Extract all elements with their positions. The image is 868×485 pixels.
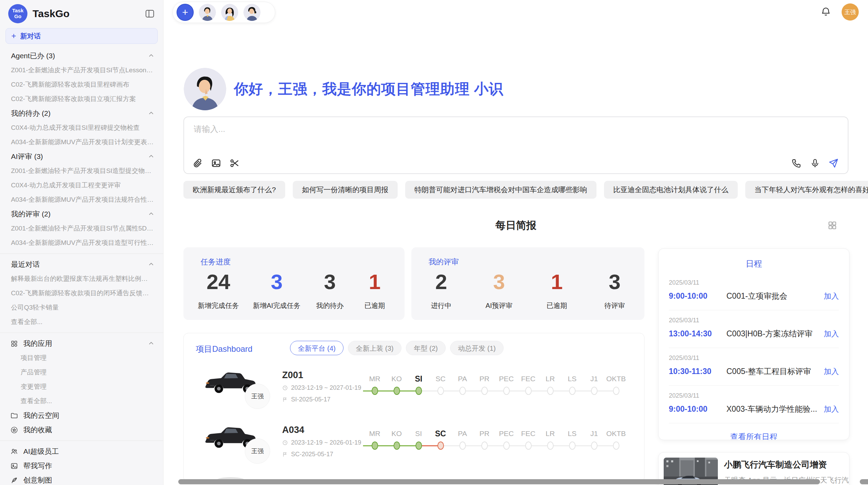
app-logo: Task Go — [8, 4, 27, 23]
project-dates: 2023-12-19 ~ 2026-01-19 — [282, 439, 361, 446]
tab-year-model[interactable]: 年型 (2) — [406, 341, 446, 355]
add-session-button[interactable]: + — [177, 4, 194, 21]
divider — [0, 333, 163, 333]
tab-powertrain[interactable]: 动总开发 (1) — [450, 341, 504, 355]
daily-brief-title: 每日简报 — [183, 219, 848, 233]
sidebar-item-cloud-space[interactable]: 我的云空间 — [0, 408, 163, 423]
section-header-my-todo[interactable]: 我的待办 (2) — [0, 106, 163, 121]
collapse-sidebar-icon[interactable] — [145, 9, 155, 19]
horizontal-scrollbar[interactable] — [178, 479, 820, 484]
milestone-track: MR KO SI SC PA PR PEC FEC LR LS J1 OKTB — [364, 428, 627, 452]
milestone-dot — [437, 387, 444, 395]
list-item[interactable]: Z001-全新燃油轻卡产品开发项目SI造型提交物评审 — [0, 164, 163, 178]
join-link[interactable]: 加入 — [824, 366, 839, 377]
list-item[interactable]: C02-飞腾新能源轻客改款项目立项汇报方案 — [0, 92, 163, 106]
join-link[interactable]: 加入 — [824, 404, 839, 414]
scissors-icon[interactable] — [229, 158, 240, 169]
milestone-dot — [569, 442, 576, 450]
sidebar-item-product-mgmt[interactable]: 产品管理 — [0, 365, 163, 380]
suggestion-chip[interactable]: 当下年轻人对汽车外观有怎样的喜好趋势 — [745, 181, 868, 199]
chevron-up-icon[interactable] — [147, 153, 155, 160]
new-chat-label: 新对话 — [20, 32, 41, 41]
milestone-dot — [613, 442, 619, 450]
join-link[interactable]: 加入 — [824, 329, 839, 339]
chevron-up-icon[interactable] — [147, 210, 155, 218]
sidebar-item-change-mgmt[interactable]: 变更管理 — [0, 380, 163, 394]
avatar[interactable] — [243, 4, 261, 21]
event-time: 9:00-10:00 — [669, 405, 726, 414]
avatar[interactable] — [221, 4, 238, 21]
tab-new-platform[interactable]: 全新平台 (4) — [290, 341, 343, 355]
notification-bell-icon[interactable] — [820, 6, 831, 17]
stat-review-overdue: 1 已逾期 — [541, 271, 572, 310]
suggestion-chip[interactable]: 欧洲新规最近颁布了什么? — [183, 181, 285, 199]
view-all-apps-link[interactable]: 查看全部... — [0, 394, 163, 408]
list-item[interactable]: A034-全新新能源MUV产品开发项目法规符合性评审 — [0, 192, 163, 207]
task-progress-card: 任务进度 24 新增完成任务 3 新增AI完成任务 3 我的待办 1 已逾期 — [183, 247, 405, 320]
section-header-agent-done[interactable]: Agent已办 (3) — [0, 49, 163, 63]
chevron-up-icon[interactable] — [147, 52, 155, 60]
microphone-icon[interactable] — [810, 158, 820, 169]
join-link[interactable]: 加入 — [824, 291, 839, 301]
avatar[interactable] — [199, 4, 216, 21]
milestone-dot — [613, 387, 619, 395]
milestone-dot — [591, 442, 598, 450]
stat-pending-review: 3 待评审 — [599, 271, 630, 310]
sidebar-item-help-write[interactable]: 帮我写作 — [0, 459, 163, 473]
suggestion-chips: 欧洲新规最近颁布了什么? 如何写一份清晰的项目周报 特朗普可能对进口汽车增税会对… — [183, 181, 849, 199]
project-flag-milestone: SI-2025-05-17 — [282, 396, 330, 403]
project-row[interactable]: 王强 A034 2023-12-19 ~ 2026-01-19 SC-2025-… — [184, 423, 644, 478]
schedule-card: 日程 2025/03/11 9:00-10:00 C001-立项审批会 加入 2… — [658, 248, 849, 440]
people-icon — [10, 448, 18, 456]
schedule-event: 2025/03/11 9:00-10:00 C001-立项审批会 加入 — [669, 273, 839, 310]
milestone-dot — [525, 442, 532, 450]
news-title: 小鹏飞行汽车制造公司增资 — [724, 459, 849, 470]
scrollbar-right-stub[interactable] — [860, 479, 868, 484]
chat-input[interactable] — [193, 124, 606, 134]
project-row[interactable]: 王强 Z001 2023-12-19 ~ 2027-01-19 SI-2025-… — [184, 369, 644, 423]
user-avatar[interactable]: 王强 — [842, 3, 859, 21]
event-title: X003-车辆动力学性能验... — [726, 404, 824, 414]
sidebar-nav: Agent已办 (3) Z001-全新燃油皮卡产品开发项目SI节点Lesson … — [0, 49, 163, 485]
sidebar-item-project-mgmt[interactable]: 项目管理 — [0, 351, 163, 365]
list-item[interactable]: C0X4-动力总成开发项目SI里程碑提交物检查 — [0, 121, 163, 135]
list-item[interactable]: Z001-全新燃油皮卡产品开发项目SI节点Lesson Learn报告 — [0, 63, 163, 77]
list-item[interactable]: A034-全新新能源MUV产品开发项目计划变更表编写 — [0, 135, 163, 149]
phone-call-icon[interactable] — [791, 158, 802, 169]
list-item[interactable]: A034-全新新能源MUV产品开发项目造型可行性评审 — [0, 236, 163, 250]
section-header-recent-chats[interactable]: 最近对话 — [0, 257, 163, 272]
divider — [0, 253, 163, 254]
sidebar-item-favorites[interactable]: 我的收藏 — [0, 423, 163, 437]
send-icon[interactable] — [828, 158, 839, 169]
event-title: C001-立项审批会 — [726, 291, 824, 301]
view-all-schedule-link[interactable]: 查看所有日程 — [669, 423, 839, 440]
tab-new-body[interactable]: 全新上装 (3) — [348, 341, 401, 355]
chevron-up-icon[interactable] — [147, 261, 155, 268]
chevron-up-icon[interactable] — [147, 110, 155, 117]
project-owner-badge: 王强 — [245, 384, 270, 409]
list-item[interactable]: C0X4-动力总成开发项目工程变更评审 — [0, 178, 163, 192]
new-chat-button[interactable]: + 新对话 — [5, 28, 158, 44]
suggestion-chip[interactable]: 比亚迪全固态电池计划具体说了什么 — [604, 181, 738, 199]
sidebar-item-creative-draw[interactable]: 创意制图 — [0, 473, 163, 485]
session-switcher: + — [172, 2, 275, 23]
attachment-icon[interactable] — [192, 158, 203, 169]
image-upload-icon[interactable] — [211, 158, 221, 169]
list-item[interactable]: 公司Q3轻卡销量 — [0, 300, 163, 315]
suggestion-chip[interactable]: 如何写一份清晰的项目周报 — [293, 181, 398, 199]
event-title: C003|H0B-方案冻结评审 — [726, 328, 824, 339]
sidebar-item-ai-employee[interactable]: AI超级员工 — [0, 444, 163, 459]
suggestion-chip[interactable]: 特朗普可能对进口汽车增税会对中国车企造成哪些影响 — [405, 181, 596, 199]
view-all-recent-link[interactable]: 查看全部... — [0, 315, 163, 329]
sidebar-item-my-apps[interactable]: 我的应用 — [0, 336, 163, 351]
stat-new-ai-done: 3 新增AI完成任务 — [253, 271, 301, 310]
list-item[interactable]: C02-飞腾新能源轻客改款项目的闭环通告反馈情况 — [0, 286, 163, 300]
chevron-up-icon[interactable] — [147, 340, 155, 347]
list-item[interactable]: Z001-全新燃油轻卡产品开发项目SI节点属性5D文件评审 — [0, 221, 163, 236]
section-header-my-review[interactable]: 我的评审 (2) — [0, 207, 163, 221]
section-header-ai-review[interactable]: AI评审 (3) — [0, 149, 163, 164]
greeting-section: 你好，王强，我是你的项目管理助理 小识 — [184, 68, 504, 110]
list-item[interactable]: 解释最新出台的欧盟报废车法规再生塑料比例被调至15%... — [0, 272, 163, 286]
list-item[interactable]: C02-飞腾新能源轻客改款项目里程碑画布 — [0, 77, 163, 92]
layout-grid-icon[interactable] — [827, 220, 837, 231]
